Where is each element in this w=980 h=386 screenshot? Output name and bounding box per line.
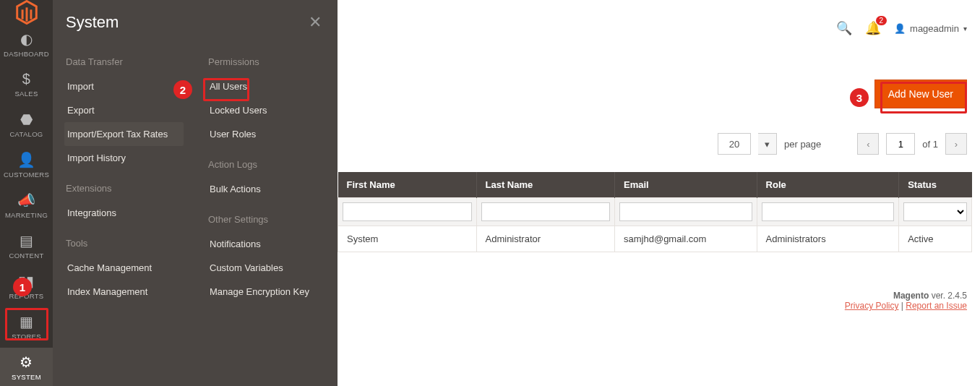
per-page-label: per page <box>784 139 821 150</box>
section-heading: Action Logs <box>207 146 326 177</box>
cell-first: System <box>338 226 477 252</box>
annotation-badge-3: 3 <box>850 88 869 107</box>
next-page-button[interactable]: › <box>945 133 967 155</box>
table-row[interactable]: System Administrator samjhd@gmail.com Ad… <box>338 226 972 252</box>
filter-first-name[interactable] <box>343 202 472 221</box>
cell-status: Active <box>899 226 972 252</box>
magento-logo[interactable] <box>0 0 53 25</box>
cell-email: samjhd@gmail.com <box>615 226 757 252</box>
page-size-value[interactable]: 20 <box>718 133 751 155</box>
menu-all-users[interactable]: All Users <box>207 74 326 98</box>
section-heading: Tools <box>64 225 184 256</box>
gear-icon: ⚙ <box>20 353 33 371</box>
system-flyout: System ✕ Data Transfer Import Export Imp… <box>53 0 338 386</box>
add-new-user-button[interactable]: Add New User <box>874 80 967 108</box>
user-menu[interactable]: 👤 mageadmin ▾ <box>894 23 967 34</box>
nav-label: STORES <box>12 333 41 340</box>
nav-label: MARKETING <box>5 211 48 219</box>
nav-content[interactable]: ▤CONTENT <box>0 226 53 267</box>
bell-icon[interactable]: 🔔2 <box>865 20 881 36</box>
notification-badge: 2 <box>876 16 887 25</box>
flyout-title: System <box>66 13 119 32</box>
stores-icon: ▦ <box>20 313 33 330</box>
page-size-dropdown-icon[interactable]: ▾ <box>758 133 777 155</box>
users-table: First Name Last Name Email Role Status S… <box>338 172 972 252</box>
page-icon: ▤ <box>20 232 33 249</box>
nav-label: SYSTEM <box>12 373 41 381</box>
nav-label: CUSTOMERS <box>4 171 49 179</box>
user-icon: 👤 <box>894 23 906 34</box>
report-link[interactable]: Report an Issue <box>906 301 967 311</box>
nav-dashboard[interactable]: ◐DASHBOARD <box>0 25 53 65</box>
admin-sidebar: ◐DASHBOARD $SALES ⬣CATALOG 👤CUSTOMERS 📣M… <box>0 0 53 386</box>
col-last-name[interactable]: Last Name <box>476 172 615 198</box>
nav-label: SALES <box>14 90 38 98</box>
footer: Magento ver. 2.4.5 Privacy Policy | Repo… <box>845 291 967 311</box>
menu-custom-vars[interactable]: Custom Variables <box>207 256 326 280</box>
flyout-col-left: Data Transfer Import Export Import/Expor… <box>53 43 195 304</box>
footer-product: Magento <box>893 291 929 301</box>
menu-import-history[interactable]: Import History <box>64 146 184 170</box>
footer-version: ver. 2.4.5 <box>932 291 967 301</box>
menu-import[interactable]: Import <box>64 74 184 98</box>
current-page-input[interactable] <box>886 133 915 155</box>
filter-status[interactable] <box>903 202 967 221</box>
menu-export[interactable]: Export <box>64 98 184 122</box>
section-heading: Extensions <box>64 170 184 201</box>
flyout-col-right: Permissions All Users Locked Users User … <box>195 43 338 304</box>
chevron-down-icon: ▾ <box>963 25 967 33</box>
main-area: 🔍 🔔2 👤 mageadmin ▾ Add New User 20▾ per … <box>338 0 980 386</box>
nav-stores[interactable]: ▦STORES <box>0 307 53 348</box>
of-label: of 1 <box>922 139 938 150</box>
prev-page-button[interactable]: ‹ <box>857 133 879 155</box>
menu-user-roles[interactable]: User Roles <box>207 122 326 146</box>
menu-notifications[interactable]: Notifications <box>207 232 326 256</box>
search-icon[interactable]: 🔍 <box>836 20 852 36</box>
username: mageadmin <box>910 23 959 34</box>
nav-customers[interactable]: 👤CUSTOMERS <box>0 145 53 186</box>
nav-label: CATALOG <box>9 130 43 138</box>
person-icon: 👤 <box>17 151 35 168</box>
menu-encryption-key[interactable]: Manage Encryption Key <box>207 280 326 304</box>
col-status[interactable]: Status <box>899 172 972 198</box>
section-heading: Other Settings <box>207 201 326 232</box>
gauge-icon: ◐ <box>20 30 33 48</box>
menu-locked-users[interactable]: Locked Users <box>207 98 326 122</box>
pager: 20▾ per page ‹ of 1 › <box>338 133 967 163</box>
nav-system[interactable]: ⚙SYSTEM <box>0 348 53 386</box>
filter-row <box>338 198 972 226</box>
nav-label: DASHBOARD <box>4 50 49 58</box>
filter-email[interactable] <box>619 202 752 221</box>
megaphone-icon: 📣 <box>17 192 35 209</box>
close-icon[interactable]: ✕ <box>309 13 322 32</box>
col-role[interactable]: Role <box>757 172 899 198</box>
filter-last-name[interactable] <box>481 202 611 221</box>
nav-label: CONTENT <box>9 252 43 260</box>
col-email[interactable]: Email <box>615 172 757 198</box>
cell-last: Administrator <box>476 226 615 252</box>
menu-bulk-actions[interactable]: Bulk Actions <box>207 177 326 201</box>
nav-marketing[interactable]: 📣MARKETING <box>0 186 53 226</box>
filter-role[interactable] <box>762 202 895 221</box>
menu-index-mgmt[interactable]: Index Management <box>64 280 184 304</box>
cell-role: Administrators <box>757 226 899 252</box>
menu-integrations[interactable]: Integrations <box>64 201 184 225</box>
section-heading: Permissions <box>207 43 326 74</box>
col-first-name[interactable]: First Name <box>338 172 477 198</box>
dollar-icon: $ <box>22 71 30 87</box>
nav-catalog[interactable]: ⬣CATALOG <box>0 105 53 145</box>
nav-sales[interactable]: $SALES <box>0 65 53 105</box>
menu-import-export-tax[interactable]: Import/Export Tax Rates <box>64 122 184 146</box>
annotation-badge-1: 1 <box>13 278 32 296</box>
privacy-link[interactable]: Privacy Policy <box>845 301 899 311</box>
topbar: 🔍 🔔2 👤 mageadmin ▾ <box>338 0 967 51</box>
menu-cache-mgmt[interactable]: Cache Management <box>64 256 184 280</box>
annotation-badge-2: 2 <box>173 80 192 99</box>
cube-icon: ⬣ <box>20 111 33 128</box>
magento-logo-icon <box>16 0 38 25</box>
section-heading: Data Transfer <box>64 43 184 74</box>
